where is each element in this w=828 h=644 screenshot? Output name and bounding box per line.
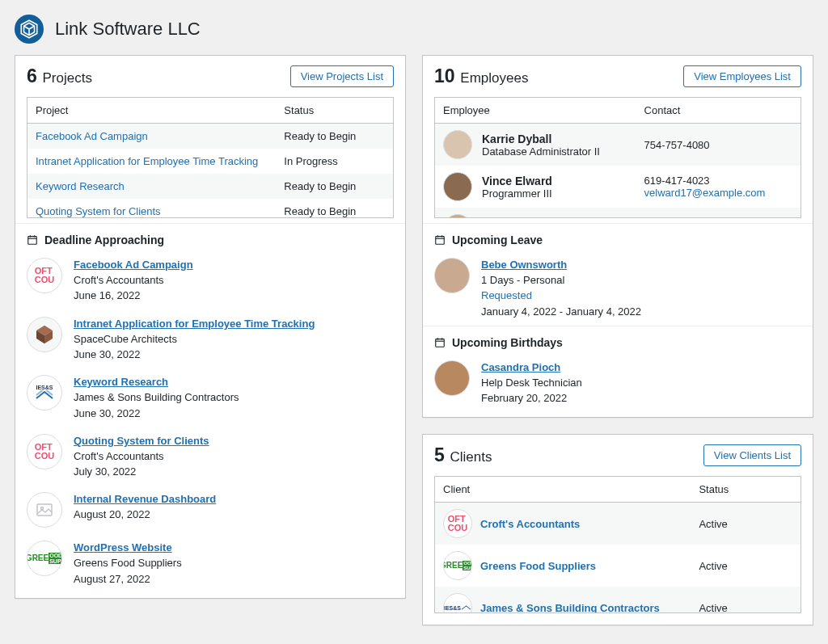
client-icon: OFTCOU xyxy=(27,258,62,293)
svg-point-10 xyxy=(41,507,44,510)
deadline-client: Greens Food Suppliers xyxy=(74,556,182,570)
deadline-client: Croft's Accountants xyxy=(74,273,193,288)
leave-heading: Upcoming Leave xyxy=(423,223,813,251)
project-link[interactable]: Quoting System for Clients xyxy=(36,205,161,217)
clients-label: Clients xyxy=(450,449,492,465)
deadline-project-link[interactable]: Facebook Ad Campaign xyxy=(74,258,193,272)
leave-status-link[interactable]: Requested xyxy=(481,288,641,303)
employee-email-link[interactable]: velward17@example.com xyxy=(644,187,766,199)
client-link[interactable]: Croft's Accountants xyxy=(480,518,580,530)
employee-phone: 914-481-7549 xyxy=(644,217,792,218)
deadline-heading-text: Deadline Approaching xyxy=(44,234,164,246)
table-row: IES&S James & Sons Building Contractors … xyxy=(435,587,801,613)
deadline-item: OFTCOU Quoting System for Clients Croft'… xyxy=(15,427,405,486)
employee-name: Bebe Ownsworth xyxy=(482,217,614,219)
clients-count: 5 xyxy=(434,444,445,465)
client-icon: GREEOOD SUP xyxy=(443,551,472,580)
projects-col-project: Project xyxy=(27,98,276,124)
clients-table-region[interactable]: Client Status OFTCOU Croft's Accou xyxy=(434,476,801,613)
table-row: OFTCOU Croft's Accountants Active xyxy=(435,503,801,545)
deadline-item: Internal Revenue Dashboard August 20, 20… xyxy=(15,486,405,534)
employees-title: 10 Employees xyxy=(434,65,528,87)
deadline-item: Intranet Application for Employee Time T… xyxy=(15,310,405,369)
leave-dates: January 4, 2022 - January 4, 2022 xyxy=(481,305,641,319)
client-status: Active xyxy=(691,587,801,613)
client-icon: IES&S xyxy=(443,593,472,613)
calendar-icon xyxy=(434,234,446,246)
project-link[interactable]: Facebook Ad Campaign xyxy=(36,130,148,142)
svg-rect-11 xyxy=(436,237,445,245)
avatar xyxy=(443,172,472,201)
projects-label: Projects xyxy=(43,70,92,86)
deadline-project-link[interactable]: Internal Revenue Dashboard xyxy=(74,492,216,507)
projects-title: 6 Projects xyxy=(27,65,92,87)
employees-table-region[interactable]: Employee Contact xyxy=(434,97,801,218)
deadline-item: GREEOOD SUP WordPress Website Greens Foo… xyxy=(15,534,405,598)
project-status: Ready to Begin xyxy=(276,124,393,149)
leave-employee-link[interactable]: Bebe Ownsworth xyxy=(481,258,641,272)
employees-table: Employee Contact xyxy=(435,98,801,218)
view-clients-button[interactable]: View Clients List xyxy=(703,444,801,466)
client-link[interactable]: James & Sons Building Contractors xyxy=(480,602,660,614)
employee-phone: 619-417-4023 xyxy=(644,175,792,187)
birthday-item: Casandra Pioch Help Desk Technician Febr… xyxy=(423,354,813,418)
deadline-project-link[interactable]: Intranet Application for Employee Time T… xyxy=(74,317,315,331)
employee-role: Database Administrator II xyxy=(482,145,600,158)
birthday-employee-link[interactable]: Casandra Pioch xyxy=(481,360,582,375)
leave-heading-text: Upcoming Leave xyxy=(452,234,543,246)
clients-table: Client Status OFTCOU Croft's Accou xyxy=(435,477,801,613)
deadline-client: SpaceCube Architects xyxy=(74,332,315,347)
deadline-project-link[interactable]: WordPress Website xyxy=(74,541,182,555)
employee-role: Programmer III xyxy=(482,187,552,200)
deadline-date: June 16, 2022 xyxy=(74,288,193,303)
client-icon: OFTCOU xyxy=(443,509,472,538)
client-icon: GREEOOD SUP xyxy=(27,541,62,576)
deadline-project-link[interactable]: Quoting System for Clients xyxy=(74,434,209,448)
deadline-date: June 30, 2022 xyxy=(74,406,239,421)
view-employees-button[interactable]: View Employees List xyxy=(683,65,801,87)
project-link[interactable]: Intranet Application for Employee Time T… xyxy=(36,155,258,167)
svg-rect-15 xyxy=(436,339,445,347)
clients-title: 5 Clients xyxy=(434,444,492,466)
projects-count: 6 xyxy=(27,65,37,86)
deadline-client: Croft's Accountants xyxy=(74,449,209,464)
project-status: In Progress xyxy=(276,149,393,174)
project-status: Ready to Begin xyxy=(276,199,393,218)
client-icon: IES&S xyxy=(27,375,62,410)
birthday-heading: Upcoming Birthdays xyxy=(423,326,813,354)
client-icon: OFTCOU xyxy=(27,434,62,469)
project-link[interactable]: Keyword Research xyxy=(36,180,125,192)
project-status: Ready to Begin xyxy=(276,174,393,199)
table-row: Bebe Ownsworth Human Resources Manager 9… xyxy=(435,208,801,218)
calendar-icon xyxy=(434,337,446,348)
projects-table-region[interactable]: Project Status Facebook Ad Campaign Read… xyxy=(27,97,394,218)
birthday-date: February 20, 2022 xyxy=(481,391,582,406)
deadline-date: August 27, 2022 xyxy=(74,572,182,587)
projects-table: Project Status Facebook Ad Campaign Read… xyxy=(27,98,393,218)
client-status: Active xyxy=(691,545,801,587)
table-row: GREEOOD SUP Greens Food Suppliers Active xyxy=(435,545,801,587)
view-projects-button[interactable]: View Projects List xyxy=(290,65,394,87)
employee-name: Karrie Dyball xyxy=(482,133,600,145)
client-link[interactable]: Greens Food Suppliers xyxy=(480,560,596,572)
deadline-project-link[interactable]: Keyword Research xyxy=(74,375,239,389)
clients-col-client: Client xyxy=(435,477,691,503)
table-row: Facebook Ad Campaign Ready to Begin xyxy=(27,124,393,149)
deadline-item: OFTCOU Facebook Ad Campaign Croft's Acco… xyxy=(15,251,405,310)
table-row: Quoting System for Clients Ready to Begi… xyxy=(27,199,393,218)
page-header: Link Software LLC xyxy=(15,15,813,44)
deadline-date: July 30, 2022 xyxy=(74,465,209,479)
table-row: Vince Elward Programmer III 619-417-4023… xyxy=(435,166,801,208)
deadline-client: James & Sons Building Contractors xyxy=(74,390,239,405)
deadline-date: August 20, 2022 xyxy=(74,507,216,522)
employee-phone: 754-757-4080 xyxy=(644,139,792,151)
avatar xyxy=(443,214,472,218)
projects-col-status: Status xyxy=(276,98,393,124)
leave-detail: 1 Days - Personal xyxy=(481,273,641,288)
table-row: Keyword Research Ready to Begin xyxy=(27,174,393,199)
svg-rect-2 xyxy=(28,237,37,245)
employees-label: Employees xyxy=(460,70,528,86)
leave-item: Bebe Ownsworth 1 Days - Personal Request… xyxy=(423,251,813,326)
employees-card: 10 Employees View Employees List Employe… xyxy=(422,55,813,418)
projects-card: 6 Projects View Projects List Project St… xyxy=(15,55,406,599)
